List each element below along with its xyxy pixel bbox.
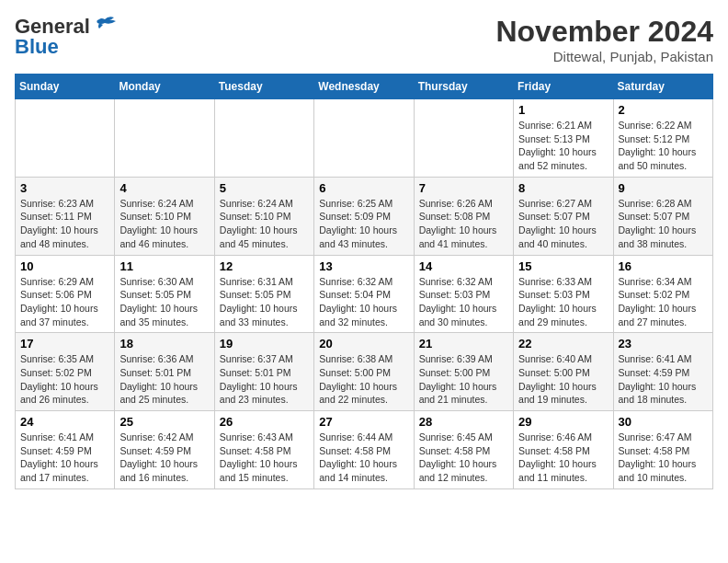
day-content: Sunrise: 6:43 AM Sunset: 4:58 PM Dayligh…	[220, 431, 309, 485]
day-number: 18	[119, 337, 209, 350]
day-header-wednesday: Wednesday	[314, 75, 414, 99]
day-content: Sunrise: 6:26 AM Sunset: 5:08 PM Dayligh…	[419, 197, 508, 251]
logo-blue: Blue	[15, 35, 59, 59]
day-number: 10	[20, 259, 109, 273]
calendar-cell: 19Sunrise: 6:37 AM Sunset: 5:01 PM Dayli…	[214, 333, 313, 411]
day-number: 9	[619, 181, 708, 195]
calendar-cell: 21Sunrise: 6:39 AM Sunset: 5:00 PM Dayli…	[414, 333, 513, 411]
calendar-cell: 17Sunrise: 6:35 AM Sunset: 5:02 PM Dayli…	[16, 333, 115, 411]
day-content: Sunrise: 6:32 AM Sunset: 5:04 PM Dayligh…	[319, 275, 408, 329]
day-content: Sunrise: 6:36 AM Sunset: 5:01 PM Dayligh…	[119, 352, 209, 407]
day-number: 21	[419, 337, 508, 350]
day-content: Sunrise: 6:22 AM Sunset: 5:12 PM Dayligh…	[619, 119, 708, 173]
calendar-cell: 26Sunrise: 6:43 AM Sunset: 4:58 PM Dayli…	[214, 411, 313, 489]
day-number: 16	[619, 259, 708, 273]
day-number: 11	[119, 259, 209, 273]
day-content: Sunrise: 6:21 AM Sunset: 5:13 PM Dayligh…	[518, 119, 608, 173]
calendar-cell: 2Sunrise: 6:22 AM Sunset: 5:12 PM Daylig…	[613, 99, 712, 178]
day-number: 28	[419, 415, 508, 429]
calendar-cell: 20Sunrise: 6:38 AM Sunset: 5:00 PM Dayli…	[314, 333, 414, 411]
day-number: 13	[319, 259, 408, 273]
logo-bird-icon	[92, 16, 118, 34]
calendar-cell: 7Sunrise: 6:26 AM Sunset: 5:08 PM Daylig…	[414, 177, 513, 255]
calendar-cell: 10Sunrise: 6:29 AM Sunset: 5:06 PM Dayli…	[16, 255, 115, 333]
day-number: 19	[220, 337, 309, 350]
calendar-week-2: 3Sunrise: 6:23 AM Sunset: 5:11 PM Daylig…	[16, 177, 713, 255]
calendar-cell: 30Sunrise: 6:47 AM Sunset: 4:58 PM Dayli…	[613, 411, 712, 489]
day-content: Sunrise: 6:38 AM Sunset: 5:00 PM Dayligh…	[319, 352, 408, 407]
calendar-cell	[16, 99, 115, 178]
day-number: 6	[319, 181, 408, 195]
calendar-cell: 25Sunrise: 6:42 AM Sunset: 4:59 PM Dayli…	[115, 411, 214, 489]
day-content: Sunrise: 6:23 AM Sunset: 5:11 PM Dayligh…	[20, 197, 109, 251]
day-number: 27	[319, 415, 408, 429]
calendar-cell: 29Sunrise: 6:46 AM Sunset: 4:58 PM Dayli…	[514, 411, 613, 489]
day-content: Sunrise: 6:25 AM Sunset: 5:09 PM Dayligh…	[319, 197, 408, 251]
day-content: Sunrise: 6:41 AM Sunset: 4:59 PM Dayligh…	[20, 431, 109, 485]
day-content: Sunrise: 6:32 AM Sunset: 5:03 PM Dayligh…	[419, 275, 508, 329]
day-content: Sunrise: 6:37 AM Sunset: 5:01 PM Dayligh…	[220, 352, 309, 407]
day-content: Sunrise: 6:28 AM Sunset: 5:07 PM Dayligh…	[619, 197, 708, 251]
calendar-cell: 12Sunrise: 6:31 AM Sunset: 5:05 PM Dayli…	[214, 255, 313, 333]
day-number: 26	[220, 415, 309, 429]
calendar-cell: 22Sunrise: 6:40 AM Sunset: 5:00 PM Dayli…	[514, 333, 613, 411]
day-content: Sunrise: 6:33 AM Sunset: 5:03 PM Dayligh…	[518, 275, 608, 329]
calendar-cell	[214, 99, 313, 178]
day-number: 1	[518, 103, 608, 117]
calendar-header: SundayMondayTuesdayWednesdayThursdayFrid…	[16, 75, 713, 99]
calendar-cell: 3Sunrise: 6:23 AM Sunset: 5:11 PM Daylig…	[16, 177, 115, 255]
calendar-cell: 4Sunrise: 6:24 AM Sunset: 5:10 PM Daylig…	[115, 177, 214, 255]
day-content: Sunrise: 6:29 AM Sunset: 5:06 PM Dayligh…	[20, 275, 109, 329]
day-content: Sunrise: 6:40 AM Sunset: 5:00 PM Dayligh…	[518, 352, 608, 407]
day-content: Sunrise: 6:24 AM Sunset: 5:10 PM Dayligh…	[119, 197, 209, 251]
day-content: Sunrise: 6:46 AM Sunset: 4:58 PM Dayligh…	[518, 431, 608, 485]
day-content: Sunrise: 6:42 AM Sunset: 4:59 PM Dayligh…	[119, 431, 209, 485]
day-number: 3	[20, 181, 109, 195]
day-content: Sunrise: 6:45 AM Sunset: 4:58 PM Dayligh…	[419, 431, 508, 485]
calendar-cell: 13Sunrise: 6:32 AM Sunset: 5:04 PM Dayli…	[314, 255, 414, 333]
calendar-cell	[414, 99, 513, 178]
logo: General Blue	[15, 15, 118, 59]
calendar-table: SundayMondayTuesdayWednesdayThursdayFrid…	[15, 74, 713, 489]
calendar-cell: 15Sunrise: 6:33 AM Sunset: 5:03 PM Dayli…	[514, 255, 613, 333]
day-number: 22	[518, 337, 608, 350]
calendar-cell	[115, 99, 214, 178]
day-number: 8	[518, 181, 608, 195]
day-number: 30	[619, 415, 708, 429]
day-content: Sunrise: 6:24 AM Sunset: 5:10 PM Dayligh…	[220, 197, 309, 251]
day-number: 7	[419, 181, 508, 195]
calendar-cell: 1Sunrise: 6:21 AM Sunset: 5:13 PM Daylig…	[514, 99, 613, 178]
calendar-cell: 28Sunrise: 6:45 AM Sunset: 4:58 PM Dayli…	[414, 411, 513, 489]
day-number: 5	[220, 181, 309, 195]
day-number: 12	[220, 259, 309, 273]
calendar-cell: 24Sunrise: 6:41 AM Sunset: 4:59 PM Dayli…	[16, 411, 115, 489]
day-number: 29	[518, 415, 608, 429]
title-block: November 2024 Dittewal, Punjab, Pakistan	[495, 15, 713, 64]
day-number: 4	[119, 181, 209, 195]
day-header-friday: Friday	[514, 75, 613, 99]
day-number: 20	[319, 337, 408, 350]
day-header-saturday: Saturday	[613, 75, 712, 99]
calendar-cell: 14Sunrise: 6:32 AM Sunset: 5:03 PM Dayli…	[414, 255, 513, 333]
calendar-cell: 11Sunrise: 6:30 AM Sunset: 5:05 PM Dayli…	[115, 255, 214, 333]
day-content: Sunrise: 6:30 AM Sunset: 5:05 PM Dayligh…	[119, 275, 209, 329]
day-header-monday: Monday	[115, 75, 214, 99]
calendar-cell	[314, 99, 414, 178]
day-number: 17	[20, 337, 109, 350]
day-number: 25	[119, 415, 209, 429]
calendar-week-4: 17Sunrise: 6:35 AM Sunset: 5:02 PM Dayli…	[16, 333, 713, 411]
day-header-sunday: Sunday	[16, 75, 115, 99]
day-content: Sunrise: 6:27 AM Sunset: 5:07 PM Dayligh…	[518, 197, 608, 251]
day-content: Sunrise: 6:39 AM Sunset: 5:00 PM Dayligh…	[419, 352, 508, 407]
calendar-cell: 23Sunrise: 6:41 AM Sunset: 4:59 PM Dayli…	[613, 333, 712, 411]
calendar-cell: 27Sunrise: 6:44 AM Sunset: 4:58 PM Dayli…	[314, 411, 414, 489]
calendar-cell: 18Sunrise: 6:36 AM Sunset: 5:01 PM Dayli…	[115, 333, 214, 411]
day-header-tuesday: Tuesday	[214, 75, 313, 99]
calendar-cell: 5Sunrise: 6:24 AM Sunset: 5:10 PM Daylig…	[214, 177, 313, 255]
day-content: Sunrise: 6:34 AM Sunset: 5:02 PM Dayligh…	[619, 275, 708, 329]
calendar-week-1: 1Sunrise: 6:21 AM Sunset: 5:13 PM Daylig…	[16, 99, 713, 178]
calendar-cell: 9Sunrise: 6:28 AM Sunset: 5:07 PM Daylig…	[613, 177, 712, 255]
day-number: 14	[419, 259, 508, 273]
day-number: 2	[619, 103, 708, 117]
calendar-week-3: 10Sunrise: 6:29 AM Sunset: 5:06 PM Dayli…	[16, 255, 713, 333]
